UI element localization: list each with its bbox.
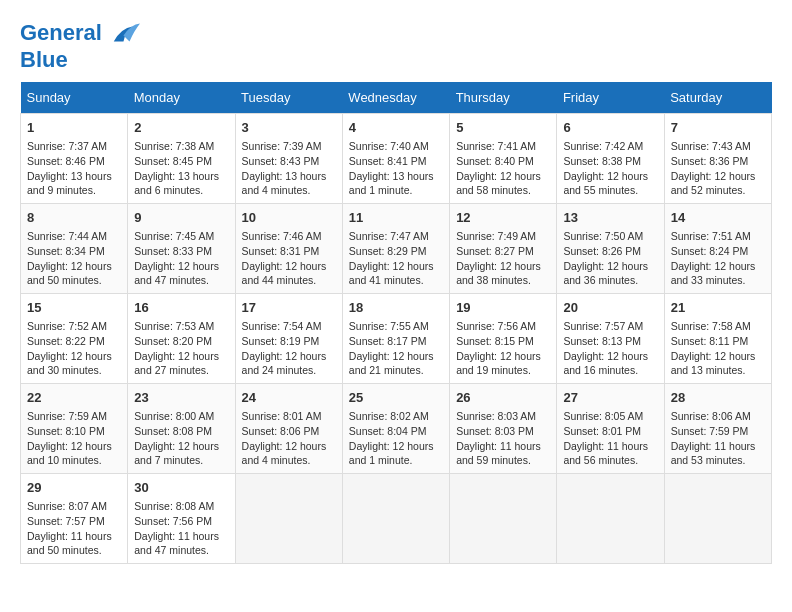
day-number: 7 [671, 119, 765, 137]
day-number: 8 [27, 209, 121, 227]
calendar-cell: 14Sunrise: 7:51 AMSunset: 8:24 PMDayligh… [664, 204, 771, 294]
daylight: Daylight: 13 hours and 1 minute. [349, 170, 434, 197]
day-of-week-header: Thursday [450, 82, 557, 114]
sunset: Sunset: 8:40 PM [456, 155, 534, 167]
logo-bird-icon [110, 20, 140, 48]
day-number: 23 [134, 389, 228, 407]
calendar-cell [557, 473, 664, 563]
calendar-cell: 21Sunrise: 7:58 AMSunset: 8:11 PMDayligh… [664, 294, 771, 384]
sunrise: Sunrise: 8:07 AM [27, 500, 107, 512]
sunset: Sunset: 8:45 PM [134, 155, 212, 167]
sunset: Sunset: 8:36 PM [671, 155, 749, 167]
calendar-cell: 15Sunrise: 7:52 AMSunset: 8:22 PMDayligh… [21, 294, 128, 384]
sunset: Sunset: 8:22 PM [27, 335, 105, 347]
day-number: 1 [27, 119, 121, 137]
day-number: 29 [27, 479, 121, 497]
day-number: 25 [349, 389, 443, 407]
daylight: Daylight: 11 hours and 50 minutes. [27, 530, 112, 557]
calendar-cell: 26Sunrise: 8:03 AMSunset: 8:03 PMDayligh… [450, 384, 557, 474]
calendar-cell [664, 473, 771, 563]
day-number: 24 [242, 389, 336, 407]
sunset: Sunset: 8:10 PM [27, 425, 105, 437]
calendar-cell: 27Sunrise: 8:05 AMSunset: 8:01 PMDayligh… [557, 384, 664, 474]
calendar-week-row: 15Sunrise: 7:52 AMSunset: 8:22 PMDayligh… [21, 294, 772, 384]
sunset: Sunset: 7:59 PM [671, 425, 749, 437]
sunset: Sunset: 8:46 PM [27, 155, 105, 167]
sunrise: Sunrise: 7:44 AM [27, 230, 107, 242]
calendar-cell: 29Sunrise: 8:07 AMSunset: 7:57 PMDayligh… [21, 473, 128, 563]
sunset: Sunset: 8:31 PM [242, 245, 320, 257]
sunrise: Sunrise: 8:08 AM [134, 500, 214, 512]
daylight: Daylight: 12 hours and 41 minutes. [349, 260, 434, 287]
sunset: Sunset: 7:57 PM [27, 515, 105, 527]
day-number: 16 [134, 299, 228, 317]
daylight: Daylight: 12 hours and 7 minutes. [134, 440, 219, 467]
sunset: Sunset: 8:26 PM [563, 245, 641, 257]
sunrise: Sunrise: 7:43 AM [671, 140, 751, 152]
calendar-cell: 16Sunrise: 7:53 AMSunset: 8:20 PMDayligh… [128, 294, 235, 384]
sunrise: Sunrise: 7:56 AM [456, 320, 536, 332]
daylight: Daylight: 11 hours and 47 minutes. [134, 530, 219, 557]
daylight: Daylight: 12 hours and 10 minutes. [27, 440, 112, 467]
day-number: 27 [563, 389, 657, 407]
calendar-cell: 24Sunrise: 8:01 AMSunset: 8:06 PMDayligh… [235, 384, 342, 474]
calendar-week-row: 29Sunrise: 8:07 AMSunset: 7:57 PMDayligh… [21, 473, 772, 563]
sunset: Sunset: 8:13 PM [563, 335, 641, 347]
calendar-cell: 13Sunrise: 7:50 AMSunset: 8:26 PMDayligh… [557, 204, 664, 294]
calendar-cell: 9Sunrise: 7:45 AMSunset: 8:33 PMDaylight… [128, 204, 235, 294]
sunset: Sunset: 8:08 PM [134, 425, 212, 437]
sunrise: Sunrise: 7:52 AM [27, 320, 107, 332]
day-number: 18 [349, 299, 443, 317]
sunrise: Sunrise: 7:47 AM [349, 230, 429, 242]
sunset: Sunset: 8:11 PM [671, 335, 749, 347]
sunrise: Sunrise: 8:01 AM [242, 410, 322, 422]
calendar-cell: 6Sunrise: 7:42 AMSunset: 8:38 PMDaylight… [557, 114, 664, 204]
day-number: 12 [456, 209, 550, 227]
daylight: Daylight: 13 hours and 4 minutes. [242, 170, 327, 197]
day-number: 19 [456, 299, 550, 317]
daylight: Daylight: 12 hours and 44 minutes. [242, 260, 327, 287]
calendar-cell: 18Sunrise: 7:55 AMSunset: 8:17 PMDayligh… [342, 294, 449, 384]
sunset: Sunset: 8:38 PM [563, 155, 641, 167]
sunset: Sunset: 8:34 PM [27, 245, 105, 257]
sunrise: Sunrise: 7:42 AM [563, 140, 643, 152]
sunrise: Sunrise: 7:40 AM [349, 140, 429, 152]
sunset: Sunset: 8:17 PM [349, 335, 427, 347]
day-number: 28 [671, 389, 765, 407]
day-number: 22 [27, 389, 121, 407]
day-number: 4 [349, 119, 443, 137]
day-number: 3 [242, 119, 336, 137]
sunrise: Sunrise: 8:06 AM [671, 410, 751, 422]
day-number: 13 [563, 209, 657, 227]
calendar-cell: 23Sunrise: 8:00 AMSunset: 8:08 PMDayligh… [128, 384, 235, 474]
daylight: Daylight: 12 hours and 24 minutes. [242, 350, 327, 377]
calendar-cell: 12Sunrise: 7:49 AMSunset: 8:27 PMDayligh… [450, 204, 557, 294]
calendar-week-row: 1Sunrise: 7:37 AMSunset: 8:46 PMDaylight… [21, 114, 772, 204]
daylight: Daylight: 12 hours and 21 minutes. [349, 350, 434, 377]
page-header: General Blue [20, 20, 772, 72]
sunrise: Sunrise: 7:38 AM [134, 140, 214, 152]
sunrise: Sunrise: 7:46 AM [242, 230, 322, 242]
sunset: Sunset: 8:24 PM [671, 245, 749, 257]
calendar-cell: 7Sunrise: 7:43 AMSunset: 8:36 PMDaylight… [664, 114, 771, 204]
sunset: Sunset: 8:27 PM [456, 245, 534, 257]
calendar-cell: 1Sunrise: 7:37 AMSunset: 8:46 PMDaylight… [21, 114, 128, 204]
calendar-cell: 28Sunrise: 8:06 AMSunset: 7:59 PMDayligh… [664, 384, 771, 474]
daylight: Daylight: 12 hours and 27 minutes. [134, 350, 219, 377]
sunset: Sunset: 8:33 PM [134, 245, 212, 257]
daylight: Daylight: 11 hours and 53 minutes. [671, 440, 756, 467]
daylight: Daylight: 11 hours and 56 minutes. [563, 440, 648, 467]
calendar-cell: 17Sunrise: 7:54 AMSunset: 8:19 PMDayligh… [235, 294, 342, 384]
sunrise: Sunrise: 8:00 AM [134, 410, 214, 422]
day-number: 11 [349, 209, 443, 227]
day-number: 26 [456, 389, 550, 407]
daylight: Daylight: 12 hours and 19 minutes. [456, 350, 541, 377]
daylight: Daylight: 13 hours and 9 minutes. [27, 170, 112, 197]
day-number: 17 [242, 299, 336, 317]
sunrise: Sunrise: 7:55 AM [349, 320, 429, 332]
daylight: Daylight: 12 hours and 52 minutes. [671, 170, 756, 197]
daylight: Daylight: 11 hours and 59 minutes. [456, 440, 541, 467]
sunrise: Sunrise: 7:59 AM [27, 410, 107, 422]
sunrise: Sunrise: 7:50 AM [563, 230, 643, 242]
calendar-cell [450, 473, 557, 563]
